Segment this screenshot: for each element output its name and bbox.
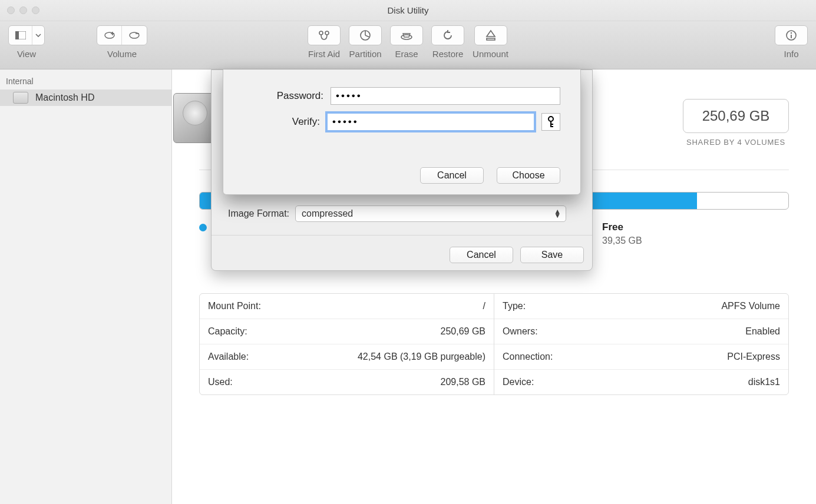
- svg-rect-14: [487, 38, 495, 40]
- image-format-row: Image Format: compressed ▲▼: [228, 205, 566, 222]
- sidebar-section-internal: Internal: [0, 74, 171, 89]
- sidebar-item-macintosh-hd[interactable]: Macintosh HD: [0, 89, 171, 106]
- restore-icon: [442, 29, 454, 41]
- legend-free-label: Free: [602, 221, 642, 233]
- info-row-type: Type:APFS Volume: [494, 294, 788, 319]
- image-cancel-button[interactable]: Cancel: [450, 247, 513, 263]
- partition-button[interactable]: Partition: [349, 25, 382, 59]
- info-key: Capacity:: [208, 326, 247, 337]
- info-key: Owners:: [503, 326, 538, 337]
- svg-line-11: [365, 35, 369, 37]
- info-row-owners: Owners:Enabled: [494, 319, 788, 344]
- info-value: APFS Volume: [721, 301, 780, 311]
- harddisk-icon: [13, 92, 28, 104]
- info-key: Connection:: [503, 352, 553, 362]
- updown-icon: ▲▼: [554, 210, 561, 218]
- key-icon: [547, 116, 555, 128]
- sidebar: Internal Macintosh HD: [0, 69, 172, 504]
- toolbar-label-unmount: Unmount: [473, 49, 508, 59]
- info-button[interactable]: Info: [775, 25, 808, 59]
- toolbar-label-restore: Restore: [432, 49, 464, 59]
- password-choose-button[interactable]: Choose: [497, 167, 560, 184]
- info-row-mountpoint: Mount Point:/: [200, 294, 494, 319]
- toolbar-label-partition: Partition: [349, 49, 382, 59]
- image-save-button[interactable]: Save: [520, 247, 584, 263]
- titlebar: Disk Utility: [0, 0, 816, 21]
- info-value: 42,54 GB (3,19 GB purgeable): [358, 352, 485, 362]
- info-key: Type:: [503, 301, 526, 311]
- info-value: 250,69 GB: [441, 326, 486, 337]
- info-row-available: Available:42,54 GB (3,19 GB purgeable): [200, 344, 494, 370]
- volume-size-badge: 250,69 GB: [683, 99, 789, 133]
- info-col-left: Mount Point:/ Capacity:250,69 GB Availab…: [200, 294, 494, 394]
- svg-point-7: [319, 31, 323, 35]
- info-value: 209,58 GB: [441, 377, 486, 387]
- verify-row: Verify:: [250, 113, 560, 131]
- info-table: Mount Point:/ Capacity:250,69 GB Availab…: [199, 293, 789, 395]
- image-format-label: Image Format:: [228, 208, 289, 219]
- erase-icon: [400, 30, 413, 41]
- window-title: Disk Utility: [0, 5, 816, 15]
- stethoscope-icon: [318, 30, 331, 41]
- info-col-right: Type:APFS Volume Owners:Enabled Connecti…: [494, 294, 788, 394]
- toolbar-label-erase: Erase: [395, 49, 418, 59]
- svg-point-18: [549, 117, 553, 121]
- svg-marker-13: [487, 31, 495, 37]
- info-icon: [785, 29, 797, 41]
- info-key: Available:: [208, 352, 249, 362]
- restore-button[interactable]: Restore: [431, 25, 464, 59]
- info-value: Enabled: [745, 326, 780, 337]
- toolbar-center: First Aid Partition Erase Restore Unmoun…: [0, 25, 816, 59]
- main-panel: 250,69 GB SHARED BY 4 VOLUMES Free 39,35…: [172, 69, 816, 504]
- legend-free: Free 39,35 GB: [602, 221, 642, 246]
- image-format-select[interactable]: compressed ▲▼: [295, 205, 566, 222]
- toolbar-label-first-aid: First Aid: [308, 49, 340, 59]
- verify-input[interactable]: [327, 113, 534, 131]
- svg-point-8: [325, 31, 329, 35]
- info-value: disk1s1: [748, 377, 780, 387]
- password-assistant-button[interactable]: [541, 113, 560, 131]
- password-row: Password:: [254, 87, 560, 105]
- volume-shared-caption: SHARED BY 4 VOLUMES: [683, 138, 789, 147]
- password-cancel-button[interactable]: Cancel: [420, 167, 484, 184]
- sidebar-item-label: Macintosh HD: [35, 92, 94, 103]
- info-key: Used:: [208, 377, 233, 387]
- info-value: /: [483, 301, 485, 311]
- legend-free-value: 39,35 GB: [602, 236, 642, 246]
- toolbar-label-info: Info: [784, 49, 798, 59]
- info-key: Mount Point:: [208, 301, 261, 311]
- svg-point-16: [791, 32, 792, 34]
- info-key: Device:: [503, 377, 534, 387]
- password-sheet: Password: Verify: Cancel Choose: [223, 69, 581, 195]
- eject-icon: [485, 29, 496, 41]
- erase-button[interactable]: Erase: [390, 25, 423, 59]
- verify-label: Verify:: [250, 116, 320, 128]
- unmount-button[interactable]: Unmount: [473, 25, 508, 59]
- divider: [212, 235, 592, 236]
- info-value: PCI-Express: [727, 352, 780, 362]
- info-row-connection: Connection:PCI-Express: [494, 344, 788, 370]
- password-label: Password:: [254, 90, 323, 102]
- info-row-device: Device:disk1s1: [494, 370, 788, 394]
- info-row-used: Used:209,58 GB: [200, 370, 494, 394]
- toolbar: View Volume First Aid: [0, 21, 816, 69]
- drive-icon: [173, 93, 214, 143]
- info-row-capacity: Capacity:250,69 GB: [200, 319, 494, 344]
- first-aid-button[interactable]: First Aid: [308, 25, 341, 59]
- password-input[interactable]: [331, 87, 560, 105]
- legend-dot-used: [199, 224, 207, 231]
- image-format-value: compressed: [302, 208, 353, 219]
- pie-icon: [359, 29, 371, 41]
